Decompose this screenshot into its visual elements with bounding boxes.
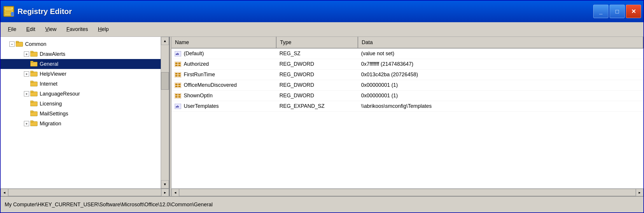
tree-hscroll-right[interactable]: ► xyxy=(161,189,169,196)
svg-rect-28 xyxy=(175,63,178,64)
svg-rect-24 xyxy=(30,121,33,122)
expand-btn-languageresour[interactable]: + xyxy=(24,91,29,96)
tree-node-migration[interactable]: + Migration xyxy=(1,119,161,129)
tree-scroll-up[interactable]: ▲ xyxy=(161,37,169,45)
svg-rect-40 xyxy=(178,84,181,85)
svg-rect-32 xyxy=(175,72,181,77)
svg-rect-20 xyxy=(30,101,33,102)
folder-icon-common xyxy=(16,40,23,48)
svg-rect-14 xyxy=(30,71,33,72)
reg-icon-ab-usertemplates: ab xyxy=(174,103,181,109)
statusbar: My Computer\HKEY_CURRENT_USER\Software\M… xyxy=(1,196,643,212)
cell-data-usertemplates: \\abrikoos\smconfig\Templates xyxy=(358,103,643,109)
folder-icon-internet xyxy=(30,80,38,88)
menu-favorites[interactable]: Favorites xyxy=(62,24,92,34)
svg-rect-1 xyxy=(5,7,13,10)
svg-rect-12 xyxy=(30,61,33,63)
cell-data-officemenudiscovered: 0x00000001 (1) xyxy=(358,82,643,88)
table-header: Name Type Data xyxy=(172,37,643,49)
reg-icon-dword-authorized xyxy=(174,61,181,67)
cell-name-default: ab (Default) xyxy=(172,51,276,57)
tree-node-mailsettings[interactable]: MailSettings xyxy=(1,109,161,119)
tree-node-helpviewer[interactable]: + HelpViewer xyxy=(1,69,161,79)
tree-scroll-down[interactable]: ▼ xyxy=(161,180,169,188)
close-button[interactable]: ✕ xyxy=(626,5,641,18)
tree-content: − Common + xyxy=(1,37,161,188)
cell-name-firstruntime: FirstRunTime xyxy=(172,72,276,78)
svg-text:ab: ab xyxy=(176,52,179,56)
tree-node-languageresour[interactable]: + LanguageResour xyxy=(1,89,161,99)
titlebar: Registry Editor _ □ ✕ xyxy=(1,1,643,22)
svg-rect-46 xyxy=(178,96,181,98)
svg-rect-30 xyxy=(178,63,181,64)
table-row[interactable]: FirstRunTime REG_DWORD 0x013c42ba (20726… xyxy=(172,70,643,80)
col-header-type[interactable]: Type xyxy=(276,37,358,48)
tree-pane: − Common + xyxy=(1,37,170,196)
svg-rect-31 xyxy=(178,65,181,66)
tree-scroll-track[interactable] xyxy=(161,45,169,180)
folder-icon-licensing xyxy=(30,100,38,108)
cell-name-shownoptin: ShownOptIn xyxy=(172,93,276,99)
tree-node-general[interactable]: General xyxy=(1,59,161,69)
right-hscrollbar: ◄ ► xyxy=(172,188,643,196)
col-header-data[interactable]: Data xyxy=(358,37,643,48)
cell-type-firstruntime: REG_DWORD xyxy=(276,72,358,78)
cell-name-officemenudiscovered: OfficeMenuDiscovered xyxy=(172,82,276,88)
expand-btn-drawalerts[interactable]: + xyxy=(24,51,29,57)
svg-rect-38 xyxy=(175,84,178,85)
folder-icon-languageresour xyxy=(30,90,38,98)
table-row[interactable]: Authorized REG_DWORD 0x7fffffff (2147483… xyxy=(172,59,643,70)
svg-rect-41 xyxy=(178,86,181,87)
cell-name-authorized: Authorized xyxy=(172,61,276,67)
tree-scroll-thumb[interactable] xyxy=(161,72,169,90)
node-label-mailsettings: MailSettings xyxy=(40,111,68,117)
tree-node-internet[interactable]: Internet xyxy=(1,79,161,89)
svg-rect-45 xyxy=(178,94,181,96)
menu-edit[interactable]: Edit xyxy=(22,24,40,34)
cell-type-authorized: REG_DWORD xyxy=(276,61,358,67)
maximize-button[interactable]: □ xyxy=(610,5,625,18)
col-header-name[interactable]: Name xyxy=(172,37,276,48)
registry-editor-window: Registry Editor _ □ ✕ File Edit View Fav… xyxy=(0,0,644,213)
reg-icon-dword-firstruntime xyxy=(174,72,181,78)
window-title: Registry Editor xyxy=(18,7,72,16)
cell-type-shownoptin: REG_DWORD xyxy=(276,93,358,99)
menu-file[interactable]: File xyxy=(4,24,21,34)
tree-node-common[interactable]: − Common xyxy=(1,39,161,49)
table-row[interactable]: ab (Default) REG_SZ (value not set) xyxy=(172,49,643,59)
titlebar-left: Registry Editor xyxy=(3,6,72,17)
tree-node-licensing[interactable]: Licensing xyxy=(1,99,161,109)
table-row[interactable]: ab UserTemplates REG_EXPAND_SZ \\abrikoo… xyxy=(172,101,643,112)
app-icon xyxy=(3,6,15,17)
expand-btn-migration[interactable]: + xyxy=(24,121,29,126)
right-hscroll-right[interactable]: ► xyxy=(636,189,643,196)
cell-data-authorized: 0x7fffffff (2147483647) xyxy=(358,61,643,67)
svg-rect-39 xyxy=(175,86,178,87)
table-row[interactable]: OfficeMenuDiscovered REG_DWORD 0x0000000… xyxy=(172,80,643,91)
tree-hscroll-track[interactable] xyxy=(8,189,161,196)
tree-hscroll-left[interactable]: ◄ xyxy=(1,189,8,196)
registry-table: Name Type Data xyxy=(172,37,643,188)
menu-help[interactable]: Help xyxy=(94,24,113,34)
titlebar-buttons: _ □ ✕ xyxy=(593,5,641,18)
menu-view[interactable]: View xyxy=(41,24,61,34)
svg-text:ab: ab xyxy=(176,105,179,108)
statusbar-path: My Computer\HKEY_CURRENT_USER\Software\M… xyxy=(5,202,213,208)
right-pane: Name Type Data xyxy=(172,37,643,196)
right-hscroll-left[interactable]: ◄ xyxy=(172,189,179,196)
folder-icon-migration xyxy=(30,120,38,128)
tree-node-drawalerts[interactable]: + DrawAlerts xyxy=(1,49,161,59)
expand-btn-helpviewer[interactable]: + xyxy=(24,71,29,77)
reg-icon-ab: ab xyxy=(174,51,181,57)
minimize-button[interactable]: _ xyxy=(593,5,608,18)
svg-rect-42 xyxy=(175,93,181,98)
folder-icon-general xyxy=(30,60,38,68)
node-label-languageresour: LanguageResour xyxy=(40,91,80,97)
svg-rect-4 xyxy=(11,12,14,16)
svg-rect-22 xyxy=(30,111,33,112)
folder-icon-drawalerts xyxy=(30,50,38,58)
expand-btn-common[interactable]: − xyxy=(9,41,15,47)
cell-name-usertemplates: ab UserTemplates xyxy=(172,103,276,109)
right-hscroll-track[interactable] xyxy=(179,189,636,196)
table-row[interactable]: ShownOptIn REG_DWORD 0x00000001 (1) xyxy=(172,91,643,101)
